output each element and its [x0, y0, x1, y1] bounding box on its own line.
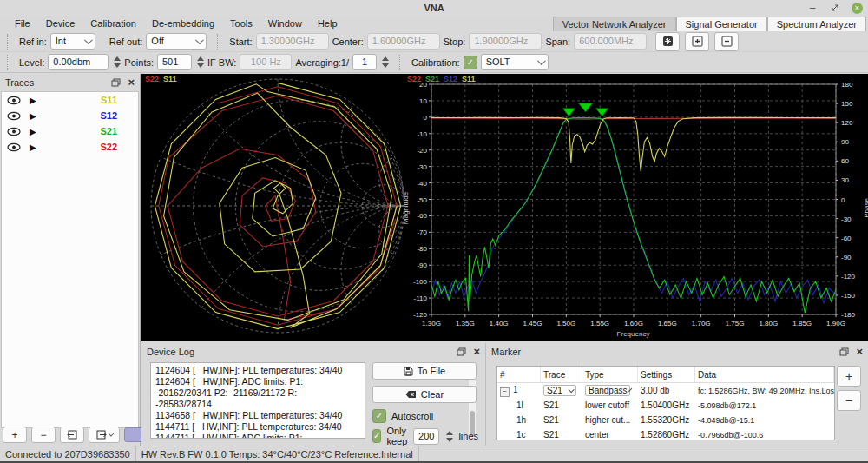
window-controls: – ×: [806, 2, 863, 14]
magnitude-phase-chart[interactable]: 20100-10-20-30-40-50-60-70-80-90-100-110…: [404, 74, 868, 341]
marker-trace-select[interactable]: S21: [543, 385, 576, 396]
menu-item-file[interactable]: File: [7, 17, 38, 30]
menu-item-window[interactable]: Window: [260, 17, 310, 30]
only-keep-checkbox[interactable]: ✓: [372, 429, 381, 443]
svg-text:-120: -120: [413, 311, 428, 319]
log-to-file-button[interactable]: To File: [372, 362, 477, 380]
collapse-icon[interactable]: −: [500, 387, 510, 397]
autoscroll-checkbox[interactable]: ✓: [372, 409, 386, 423]
close-panel-icon[interactable]: ×: [128, 76, 135, 89]
float-panel-icon[interactable]: [111, 78, 121, 87]
play-icon[interactable]: ▶: [30, 96, 80, 105]
autoscroll-row: ✓ Autoscroll: [372, 409, 478, 423]
points-spinner[interactable]: [197, 56, 204, 68]
marker-column-settings: Settings: [638, 367, 695, 382]
marker-triangle-icon: [596, 109, 608, 116]
menu-item-calibration[interactable]: Calibration: [82, 17, 144, 30]
averaging-label: Averaging:1/: [295, 57, 349, 68]
clear-icon: [405, 390, 417, 399]
svg-text:1.75G: 1.75G: [726, 320, 745, 327]
level-label: Level:: [19, 57, 44, 68]
menu-item-device[interactable]: Device: [38, 17, 83, 30]
remove-trace-button[interactable]: −: [31, 427, 56, 443]
zoom-fit-button[interactable]: [655, 32, 680, 51]
marker-row-1c[interactable]: 1cS21center1.52860GHz-0.7966db@-100.6: [497, 427, 834, 440]
marker-trace-cell: S21: [541, 430, 582, 440]
svg-text:-70: -70: [417, 228, 427, 236]
visibility-eye-icon[interactable]: [7, 96, 30, 105]
level-field[interactable]: 0.00dbm: [48, 54, 108, 70]
chevron-down-icon: [195, 36, 204, 44]
ref-in-select[interactable]: Int: [50, 33, 95, 50]
tab-signal-generator[interactable]: Signal Generator: [676, 17, 767, 31]
tab-vector-network-analyzer[interactable]: Vector Network Analyzer: [553, 17, 676, 31]
svg-text:1.65G: 1.65G: [658, 320, 677, 327]
visibility-eye-icon[interactable]: [7, 127, 30, 136]
stop-field[interactable]: 1.90000GHz: [469, 33, 542, 50]
visibility-eye-icon[interactable]: [7, 142, 30, 152]
keep-lines-field[interactable]: 200: [413, 428, 439, 445]
play-icon[interactable]: ▶: [30, 111, 80, 121]
zoom-in-button[interactable]: [685, 32, 709, 51]
svg-text:1.90G: 1.90G: [826, 320, 845, 327]
marker-type-cell: higher cut...: [582, 415, 638, 425]
marker-settings-cell: 1.50400GHz: [638, 400, 695, 410]
traces-buttons: + −: [3, 427, 145, 443]
play-icon[interactable]: ▶: [30, 142, 80, 152]
log-clear-button[interactable]: Clear: [372, 386, 477, 403]
svg-text:-150: -150: [841, 292, 856, 300]
close-panel-icon[interactable]: ×: [856, 345, 863, 358]
zoom-out-button[interactable]: [714, 32, 739, 51]
marker-trace-cell: S21: [541, 385, 582, 396]
calibration-select[interactable]: SOLT: [481, 54, 549, 70]
remove-marker-button[interactable]: −: [837, 390, 861, 411]
points-field[interactable]: 501: [157, 54, 192, 70]
close-panel-icon[interactable]: ×: [473, 345, 480, 358]
span-field[interactable]: 600.000MHz: [574, 33, 647, 50]
marker-row-1h[interactable]: 1hS21higher cut...1.55320GHz-4.049db@-15…: [497, 413, 834, 427]
export-traces-button[interactable]: [89, 427, 120, 443]
smith-chart-canvas: [141, 74, 404, 341]
marker-settings-cell: 1.55320GHz: [638, 415, 695, 425]
only-keep-row: ✓ Only keep 200 lines: [372, 429, 478, 443]
span-label: Span:: [545, 36, 570, 47]
marker-row-1l[interactable]: 1lS21lower cutoff1.50400GHz-5.098db@172.…: [497, 398, 834, 413]
restore-button[interactable]: [829, 2, 841, 14]
center-field[interactable]: 1.60000GHz: [367, 33, 440, 50]
marker-row-1[interactable]: −1S21Bandpass3.00 dbfc: 1.5286GHz, BW: 4…: [497, 383, 834, 398]
marker-column-type: Type: [582, 367, 638, 382]
float-panel-icon[interactable]: [839, 347, 849, 356]
add-marker-button[interactable]: +: [837, 366, 861, 387]
averaging-spinner[interactable]: [382, 56, 389, 68]
autoscroll-label: Autoscroll: [391, 411, 433, 421]
tab-spectrum-analyzer[interactable]: Spectrum Analyzer: [767, 17, 866, 31]
trace-name-label: S12: [80, 110, 133, 121]
play-icon[interactable]: ▶: [30, 127, 80, 136]
minimize-button[interactable]: –: [806, 2, 819, 14]
menu-item-de-embedding[interactable]: De-embedding: [144, 17, 222, 30]
chevron-down-icon: [537, 56, 546, 65]
ifbw-field[interactable]: 100 Hz: [240, 54, 292, 70]
start-field[interactable]: 1.30000GHz: [256, 33, 329, 50]
add-trace-button[interactable]: +: [3, 427, 27, 443]
marker-type-cell: lower cutoff: [582, 400, 638, 410]
marker-type-select[interactable]: Bandpass: [585, 385, 630, 396]
zoom-in-icon: [692, 36, 703, 47]
log-line: 1134658 [ HW,INF]: PLL temperatures: 34/…: [155, 410, 354, 421]
svg-text:1.60G: 1.60G: [624, 320, 643, 327]
level-spinner[interactable]: [114, 56, 121, 68]
device-log-text[interactable]: 1124604 [ HW,INF]: PLL temperatures: 34/…: [150, 362, 365, 439]
keep-lines-spinner[interactable]: [446, 431, 453, 442]
ref-out-select[interactable]: Off: [146, 33, 207, 50]
calibration-checkbox[interactable]: ✓: [464, 56, 477, 69]
svg-text:60: 60: [841, 157, 849, 165]
menu-item-help[interactable]: Help: [310, 17, 345, 30]
menu-item-tools[interactable]: Tools: [222, 17, 260, 30]
visibility-eye-icon[interactable]: [7, 111, 30, 121]
import-traces-button[interactable]: [60, 427, 84, 443]
smith-chart[interactable]: S22S11: [141, 74, 404, 341]
svg-text:1.80G: 1.80G: [759, 320, 778, 327]
float-panel-icon[interactable]: [457, 347, 466, 356]
averaging-field[interactable]: 1: [352, 54, 377, 70]
close-button[interactable]: ×: [852, 3, 863, 14]
